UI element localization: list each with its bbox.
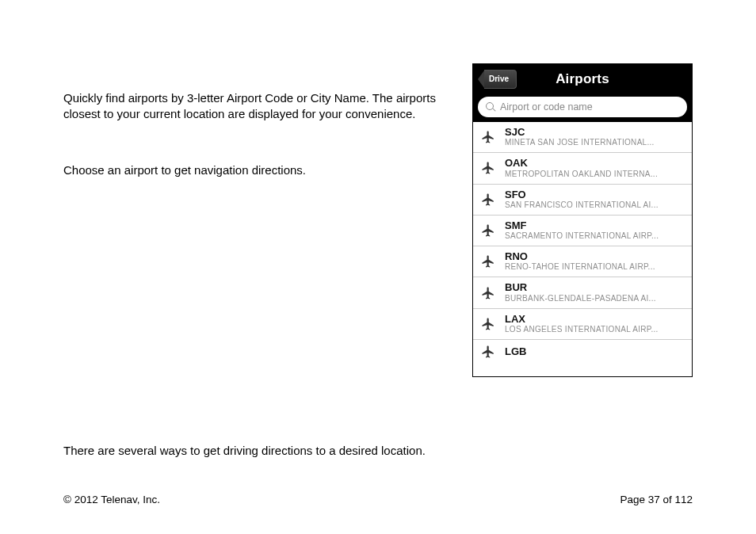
airport-code: BUR: [505, 282, 682, 293]
back-button[interactable]: Drive: [478, 71, 517, 88]
document-page: Quickly find airports by 3-letter Airpor…: [0, 0, 756, 534]
airport-row[interactable]: SFOSAN FRANCISCO INTERNATIONAL AI...: [473, 185, 692, 216]
airport-desc: METROPOLITAN OAKLAND INTERNA...: [505, 170, 682, 179]
airplane-icon: [481, 130, 495, 144]
airport-desc: BURBANK-GLENDALE-PASADENA AI...: [505, 294, 682, 303]
airport-text: BURBURBANK-GLENDALE-PASADENA AI...: [505, 282, 682, 303]
back-button-label: Drive: [484, 70, 517, 89]
airport-text: OAKMETROPOLITAN OAKLAND INTERNA...: [505, 158, 682, 178]
page-number: Page 37 of 112: [620, 494, 693, 505]
airport-code: SMF: [505, 220, 682, 231]
airport-code: LAX: [505, 314, 682, 325]
airport-row[interactable]: LAXLOS ANGELES INTERNATIONAL AIRP...: [473, 309, 692, 340]
airport-row[interactable]: OAKMETROPOLITAN OAKLAND INTERNA...: [473, 153, 692, 184]
search-placeholder: Airport or code name: [500, 101, 593, 113]
airport-text: SJCMINETA SAN JOSE INTERNATIONAL...: [505, 127, 682, 147]
paragraph-1: Quickly find airports by 3-letter Airpor…: [63, 90, 460, 123]
airport-desc: SAN FRANCISCO INTERNATIONAL AI...: [505, 200, 682, 210]
airport-text: LAXLOS ANGELES INTERNATIONAL AIRP...: [505, 314, 682, 334]
search-bar-row: Airport or code name: [473, 94, 692, 122]
airport-text: RNORENO-TAHOE INTERNATIONAL AIRP...: [505, 251, 682, 272]
search-input[interactable]: Airport or code name: [478, 97, 687, 117]
airport-text: SFOSAN FRANCISCO INTERNATIONAL AI...: [505, 189, 682, 210]
airplane-icon: [481, 345, 495, 359]
airplane-icon: [481, 286, 495, 300]
airport-row[interactable]: LGB: [473, 340, 692, 364]
body-text: Quickly find airports by 3-letter Airpor…: [63, 90, 460, 178]
airport-desc: MINETA SAN JOSE INTERNATIONAL...: [505, 138, 682, 147]
airport-desc: RENO-TAHOE INTERNATIONAL AIRP...: [505, 262, 682, 272]
airport-code: SFO: [505, 189, 682, 200]
screen-title: Airports: [556, 71, 609, 87]
airport-code: SJC: [505, 127, 682, 138]
airplane-icon: [481, 317, 495, 331]
paragraph-3: There are several ways to get driving di…: [63, 444, 426, 457]
airport-code: RNO: [505, 251, 682, 262]
airport-row[interactable]: SJCMINETA SAN JOSE INTERNATIONAL...: [473, 122, 692, 153]
airport-code: OAK: [505, 158, 682, 169]
phone-navbar: Drive Airports: [473, 64, 692, 94]
airport-desc: SACRAMENTO INTERNATIONAL AIRP...: [505, 231, 682, 241]
airport-row[interactable]: SMFSACRAMENTO INTERNATIONAL AIRP...: [473, 216, 692, 246]
paragraph-2: Choose an airport to get navigation dire…: [63, 162, 460, 178]
airport-code: LGB: [505, 346, 682, 357]
airplane-icon: [481, 223, 495, 238]
phone-screenshot: Drive Airports Airport or code name SJCM…: [472, 63, 693, 377]
airport-row[interactable]: BURBURBANK-GLENDALE-PASADENA AI...: [473, 277, 692, 308]
page-footer: © 2012 Telenav, Inc. Page 37 of 112: [63, 494, 693, 505]
airport-row[interactable]: RNORENO-TAHOE INTERNATIONAL AIRP...: [473, 246, 692, 277]
airport-desc: LOS ANGELES INTERNATIONAL AIRP...: [505, 325, 682, 334]
airport-text: SMFSACRAMENTO INTERNATIONAL AIRP...: [505, 220, 682, 241]
copyright-text: © 2012 Telenav, Inc.: [63, 494, 160, 505]
back-arrow-icon: [478, 71, 484, 88]
airport-list: SJCMINETA SAN JOSE INTERNATIONAL...OAKME…: [473, 122, 692, 364]
search-icon: [486, 102, 495, 112]
airplane-icon: [481, 193, 495, 207]
airport-text: LGB: [505, 346, 682, 357]
airplane-icon: [481, 254, 495, 269]
airplane-icon: [481, 161, 495, 175]
